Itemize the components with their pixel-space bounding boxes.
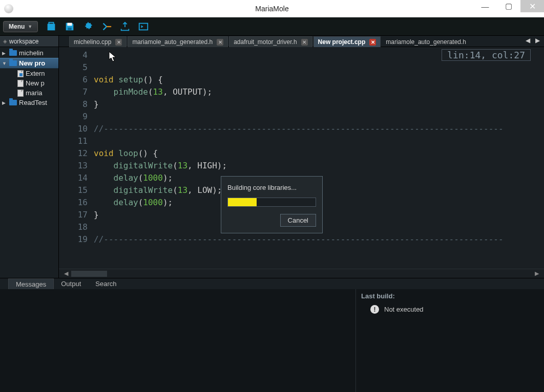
tree-label: New pro — [19, 59, 45, 67]
tree-item-michelin[interactable]: ▶ michelin — [0, 48, 58, 58]
sidebar-header[interactable]: ◈ workspace — [0, 36, 58, 47]
close-icon[interactable]: ✕ — [217, 39, 223, 46]
output-panel: Last build: ! Not executed — [0, 289, 544, 392]
tree-label: Extern — [26, 70, 45, 77]
menu-button[interactable]: Menu ▼ — [3, 21, 38, 32]
tab-new-project[interactable]: New project.cpp ✕ — [313, 36, 381, 47]
tab-auto-gen-2[interactable]: mariamole_auto_generated.h — [382, 37, 470, 47]
build-icon[interactable] — [100, 20, 113, 33]
scroll-left-icon[interactable]: ◀ — [62, 270, 70, 277]
window-title: MariaMole — [0, 5, 544, 13]
line-gutter: 45678910111213141516171819 — [59, 47, 94, 269]
tree-label: maria — [26, 89, 43, 97]
tab-output[interactable]: Output — [54, 278, 88, 289]
tab-label: michelino.cpp — [74, 38, 111, 46]
upload-icon[interactable] — [119, 20, 131, 33]
warning-icon: ! — [370, 305, 379, 314]
tab-scroll-left[interactable]: ◀ — [524, 37, 532, 44]
collapse-icon: ▼ — [2, 61, 7, 66]
svg-rect-0 — [48, 24, 55, 30]
tab-adafruit[interactable]: adafruit_motor_driver.h ✕ — [229, 36, 312, 47]
build-progress-dialog: Building core libraries... Cancel — [221, 176, 323, 233]
tab-auto-gen-1[interactable]: mariamole_auto_generated.h ✕ — [128, 36, 228, 47]
build-status-pane: Last build: ! Not executed — [355, 289, 544, 392]
minimize-button[interactable]: — — [473, 0, 497, 12]
cancel-button[interactable]: Cancel — [280, 214, 316, 227]
toolbar: Menu ▼ — [0, 17, 544, 36]
folder-icon — [9, 60, 17, 66]
tab-label: New project.cpp — [318, 38, 366, 46]
maximize-button[interactable]: ▢ — [497, 0, 520, 12]
folder-icon — [9, 100, 17, 105]
tree-label: ReadTest — [19, 99, 47, 106]
tree-file-extern[interactable]: Extern — [0, 69, 58, 78]
horizontal-scrollbar[interactable]: ◀ ▶ — [59, 269, 544, 278]
sidebar: ◈ workspace ▶ michelin ▼ New pro Extern … — [0, 36, 59, 278]
code-editor[interactable]: 45678910111213141516171819 void setup() … — [59, 47, 544, 269]
title-bar: MariaMole — ▢ ✕ — [0, 0, 544, 17]
file-icon — [17, 80, 24, 87]
scroll-right-icon[interactable]: ▶ — [533, 270, 541, 277]
settings-icon[interactable] — [82, 20, 94, 33]
close-icon[interactable]: ✕ — [301, 39, 308, 46]
svg-rect-3 — [68, 27, 72, 30]
scroll-thumb[interactable] — [71, 271, 107, 277]
tree-label: New p — [26, 79, 45, 87]
tree-item-readtest[interactable]: ▶ ReadTest — [0, 98, 58, 107]
tab-scroll-right[interactable]: ▶ — [533, 37, 542, 44]
workspace: ◈ workspace ▶ michelin ▼ New pro Extern … — [0, 36, 544, 278]
editor-area: michelino.cpp ✕ mariamole_auto_generated… — [59, 36, 544, 278]
messages-pane — [0, 289, 355, 392]
tab-label: mariamole_auto_generated.h — [386, 38, 466, 46]
svg-rect-2 — [68, 23, 72, 26]
save-icon[interactable] — [64, 20, 76, 33]
tab-label: adafruit_motor_driver.h — [234, 38, 297, 46]
editor-tabs: michelino.cpp ✕ mariamole_auto_generated… — [59, 36, 544, 47]
last-build-header: Last build: — [361, 292, 539, 300]
expand-icon: ▶ — [2, 100, 7, 105]
sidebar-header-label: workspace — [9, 38, 38, 45]
progress-fill — [228, 198, 257, 206]
close-icon[interactable]: ✕ — [369, 39, 376, 46]
chevron-down-icon: ▼ — [28, 24, 32, 29]
tree-item-new-project[interactable]: ▼ New pro — [0, 58, 58, 69]
close-button[interactable]: ✕ — [520, 0, 544, 12]
svg-rect-6 — [139, 23, 148, 30]
file-link-icon — [17, 70, 24, 77]
code-content[interactable]: void setup() { pinMode(13, OUTPUT);} //-… — [94, 47, 544, 269]
close-icon[interactable]: ✕ — [115, 39, 122, 46]
tab-michelino[interactable]: michelino.cpp ✕ — [69, 36, 127, 47]
svg-rect-1 — [49, 22, 54, 24]
terminal-icon[interactable] — [137, 20, 150, 33]
expand-icon: ▶ — [2, 51, 7, 56]
file-icon — [17, 90, 24, 97]
dialog-message: Building core libraries... — [227, 184, 316, 191]
build-status-text: Not executed — [384, 306, 424, 313]
open-icon[interactable] — [45, 20, 57, 33]
output-tabs: Messages Output Search — [0, 278, 544, 289]
progress-bar — [227, 198, 316, 207]
tab-search[interactable]: Search — [88, 278, 123, 289]
tree-label: michelin — [19, 49, 44, 57]
tree-file-newp[interactable]: New p — [0, 78, 58, 88]
tree-file-maria[interactable]: maria — [0, 88, 58, 98]
folder-icon — [9, 50, 17, 56]
tab-label: mariamole_auto_generated.h — [132, 38, 213, 46]
diamond-icon: ◈ — [3, 38, 7, 44]
menu-label: Menu — [9, 23, 25, 30]
project-tree: ▶ michelin ▼ New pro Extern New p maria — [0, 47, 58, 108]
tab-messages[interactable]: Messages — [8, 278, 54, 289]
